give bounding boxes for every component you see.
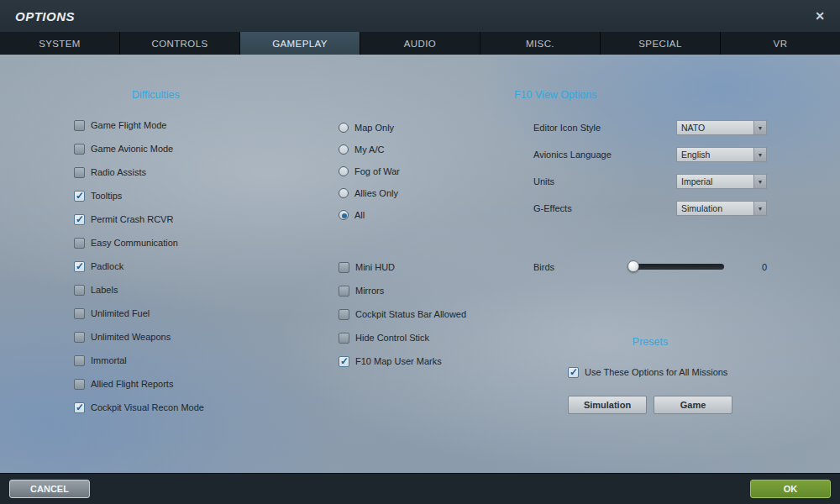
cancel-button[interactable]: CANCEL: [9, 480, 90, 498]
checkbox-icon: [568, 367, 579, 378]
difficulties-header: Difficulties: [132, 89, 180, 101]
chevron-down-icon[interactable]: ▼: [753, 202, 766, 215]
radio-map-only[interactable]: Map Only: [339, 117, 400, 139]
checkbox-label: Labels: [91, 285, 118, 295]
checkbox-icon: [74, 238, 85, 249]
f10-view-options-header: F10 View Options: [514, 89, 596, 101]
tab-gameplay[interactable]: GAMEPLAY: [240, 32, 360, 55]
difficulties-list: Game Flight Mode Game Avionic Mode Radio…: [74, 113, 204, 419]
radio-my-ac[interactable]: My A/C: [339, 139, 400, 160]
radio-icon: [339, 144, 349, 155]
radio-fog-of-war[interactable]: Fog of War: [339, 160, 400, 182]
radio-all[interactable]: All: [339, 204, 400, 226]
units-select[interactable]: Imperial ▼: [676, 174, 767, 189]
dropdown-row-editor-icon-style: Editor Icon Style NATO ▼: [533, 114, 767, 141]
options-window: OPTIONS ✕ SYSTEM CONTROLS GAMEPLAY AUDIO…: [0, 0, 840, 504]
checkbox-label: F10 Map User Marks: [355, 356, 442, 366]
ok-button[interactable]: OK: [750, 480, 831, 498]
checkbox-allied-flight-reports[interactable]: Allied Flight Reports: [74, 372, 204, 396]
checkbox-cockpit-visual-recon-mode[interactable]: Cockpit Visual Recon Mode: [74, 396, 204, 419]
checkbox-icon: [339, 309, 349, 320]
checkbox-unlimited-fuel[interactable]: Unlimited Fuel: [74, 302, 204, 325]
checkbox-mini-hud[interactable]: Mini HUD: [339, 255, 466, 279]
checkbox-tooltips[interactable]: Tooltips: [74, 184, 204, 207]
presets-header: Presets: [533, 336, 767, 348]
radio-icon: [339, 166, 349, 176]
dropdown-label: Editor Icon Style: [533, 123, 601, 133]
simulation-preset-button[interactable]: Simulation: [568, 396, 647, 414]
radio-label: Fog of War: [354, 166, 400, 176]
chevron-down-icon[interactable]: ▼: [753, 121, 766, 134]
checkbox-use-these-options-for-all-missions[interactable]: Use These Options for All Missions: [568, 360, 727, 384]
footer-bar: CANCEL OK: [0, 473, 840, 504]
checkbox-icon: [74, 332, 85, 343]
checkbox-mirrors[interactable]: Mirrors: [339, 279, 466, 302]
tab-audio[interactable]: AUDIO: [360, 32, 480, 55]
chevron-down-icon[interactable]: ▼: [753, 148, 766, 161]
birds-label: Birds: [533, 262, 630, 272]
dropdown-row-units: Units Imperial ▼: [533, 168, 767, 195]
checkbox-label: Immortal: [91, 355, 127, 365]
checkbox-icon: [74, 261, 85, 272]
tab-misc[interactable]: MISC.: [480, 32, 601, 55]
checkbox-hide-control-stick[interactable]: Hide Control Stick: [339, 326, 466, 349]
checkbox-padlock[interactable]: Padlock: [74, 255, 204, 278]
checkbox-label: Permit Crash RCVR: [91, 214, 173, 224]
dropdown-label: Units: [533, 176, 554, 186]
checkbox-label: Unlimited Fuel: [91, 308, 150, 318]
checkbox-icon: [74, 308, 85, 319]
map-view-radio-group: Map Only My A/C Fog of War Allies Only A…: [339, 117, 400, 226]
checkbox-game-flight-mode[interactable]: Game Flight Mode: [74, 113, 204, 137]
checkbox-icon: [74, 285, 85, 296]
checkbox-immortal[interactable]: Immortal: [74, 349, 204, 372]
checkbox-label: Unlimited Weapons: [91, 332, 171, 342]
tab-vr[interactable]: VR: [721, 32, 840, 55]
tab-special[interactable]: SPECIAL: [601, 32, 721, 55]
avionics-language-select[interactable]: English ▼: [676, 147, 767, 162]
checkbox-label: Tooltips: [91, 191, 122, 201]
game-preset-button[interactable]: Game: [654, 396, 732, 414]
dropdown-value: NATO: [677, 123, 753, 133]
checkbox-icon: [74, 214, 85, 225]
radio-allies-only[interactable]: Allies Only: [339, 182, 400, 204]
checkbox-icon: [74, 355, 85, 366]
editor-icon-style-select[interactable]: NATO ▼: [676, 120, 767, 135]
checkbox-icon: [74, 120, 85, 131]
checkbox-label: Hide Control Stick: [355, 333, 429, 343]
gameplay-panel: Difficulties F10 View Options Presets Ga…: [0, 55, 840, 473]
slider-knob[interactable]: [627, 260, 639, 272]
close-icon[interactable]: ✕: [815, 10, 825, 22]
checkbox-icon: [74, 144, 85, 155]
checkbox-icon: [74, 191, 85, 202]
radio-icon: [339, 210, 349, 220]
view-checkbox-list: Mini HUD Mirrors Cockpit Status Bar Allo…: [339, 255, 466, 373]
checkbox-icon: [339, 286, 349, 297]
checkbox-f10-map-user-marks[interactable]: F10 Map User Marks: [339, 349, 466, 373]
g-effects-select[interactable]: Simulation ▼: [676, 201, 767, 216]
checkbox-label: Easy Communication: [91, 238, 178, 248]
checkbox-label: Use These Options for All Missions: [585, 367, 727, 377]
checkbox-game-avionic-mode[interactable]: Game Avionic Mode: [74, 137, 204, 160]
radio-label: All: [354, 210, 365, 220]
checkbox-labels[interactable]: Labels: [74, 278, 204, 302]
checkbox-unlimited-weapons[interactable]: Unlimited Weapons: [74, 325, 204, 349]
checkbox-permit-crash-rcvr[interactable]: Permit Crash RCVR: [74, 207, 204, 231]
checkbox-icon: [74, 379, 85, 390]
preset-buttons: Simulation Game: [568, 396, 732, 414]
checkbox-easy-communication[interactable]: Easy Communication: [74, 231, 204, 255]
birds-slider[interactable]: [630, 264, 724, 270]
tab-controls[interactable]: CONTROLS: [120, 32, 240, 55]
birds-value: 0: [762, 262, 767, 272]
checkbox-cockpit-status-bar-allowed[interactable]: Cockpit Status Bar Allowed: [339, 302, 466, 326]
checkbox-label: Mini HUD: [355, 262, 395, 272]
checkbox-label: Radio Assists: [91, 167, 146, 177]
radio-icon: [339, 123, 349, 133]
chevron-down-icon[interactable]: ▼: [753, 175, 766, 188]
checkbox-label: Game Flight Mode: [91, 120, 166, 130]
checkbox-icon: [74, 402, 85, 413]
f10-dropdown-list: Editor Icon Style NATO ▼ Avionics Langua…: [533, 114, 767, 222]
tab-system[interactable]: SYSTEM: [0, 32, 120, 55]
checkbox-radio-assists[interactable]: Radio Assists: [74, 160, 204, 184]
birds-row: Birds 0: [533, 261, 767, 272]
checkbox-icon: [339, 333, 349, 344]
